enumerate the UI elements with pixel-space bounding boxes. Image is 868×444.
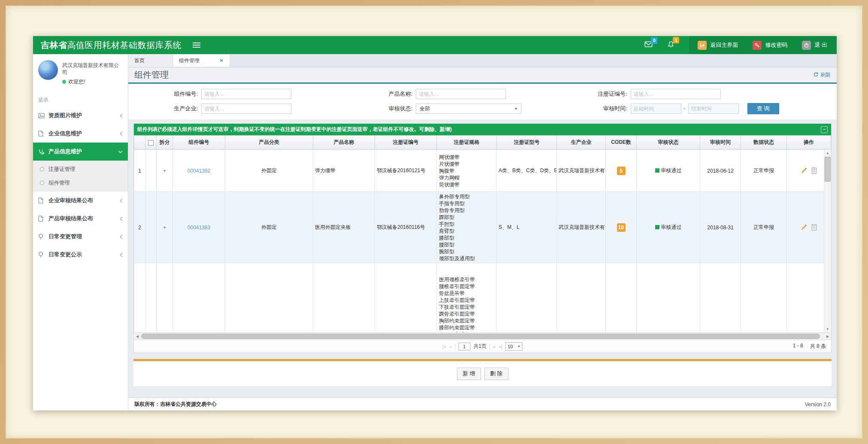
code-count-badge: 10: [617, 223, 626, 232]
status-square-icon: [655, 225, 659, 229]
cell-cert-no: 鄂汉械备20160121号: [375, 150, 437, 192]
horizontal-scrollbar-thumb[interactable]: [141, 334, 820, 339]
cell-manufacturer: 武汉克瑞普新技术有限公司: [557, 150, 606, 192]
delete-button[interactable]: 删 除: [484, 368, 508, 380]
expand-row-button[interactable]: +: [163, 167, 166, 174]
sidebar-item-daily-change-management[interactable]: 日常变更管理: [33, 228, 128, 246]
col-cert-no: 注册证编号: [375, 136, 437, 149]
cell-audit-time: [700, 263, 741, 333]
sidebar-subitem-label: 注册证管理: [48, 166, 76, 173]
user-block: 武汉克瑞普新技术有限公司 欢迎您!: [33, 54, 128, 90]
record-range-text: 1 - 8: [793, 343, 803, 350]
view-document-icon[interactable]: [811, 167, 817, 174]
vertical-scrollbar[interactable]: ▲ ▼: [824, 149, 831, 332]
audit-status-select[interactable]: 全部 ▼: [416, 103, 521, 114]
cell-data-status: 正常申报: [741, 150, 787, 192]
page-number-input[interactable]: [458, 343, 470, 350]
sidebar-item-qualification-images[interactable]: 资质图片维护: [33, 106, 128, 125]
notification-count-badge: 1: [673, 37, 679, 43]
file-icon: [38, 131, 48, 137]
pager-divider: [455, 343, 455, 350]
menu-toggle-icon[interactable]: [193, 41, 200, 49]
cell-data-status: 正常申报: [741, 192, 787, 263]
manufacturer-label: 生产企业:: [128, 105, 201, 113]
return-main-button[interactable]: 返回主界面: [698, 41, 738, 50]
dropdown-caret-icon: ▼: [514, 107, 517, 111]
expand-row-button[interactable]: +: [163, 224, 166, 231]
page-size-select[interactable]: 10 ▼: [505, 342, 523, 351]
pager-last-button[interactable]: »|: [499, 344, 502, 349]
logout-button[interactable]: 退 出: [802, 41, 827, 50]
col-code-count: CODE数: [606, 136, 637, 149]
cell-audit-time: 2018-08-31: [700, 192, 741, 263]
col-data-status: 数据状态: [741, 136, 787, 149]
sidebar-item-label: 资质图片维护: [48, 112, 82, 119]
app-title-rest: 高值医用耗材基础数据库系统: [67, 40, 182, 50]
menu-section-label: 菜单: [33, 90, 128, 106]
audit-time-start-input[interactable]: [631, 103, 681, 114]
pager-first-button[interactable]: |«: [442, 344, 446, 349]
horizontal-scrollbar[interactable]: ◀ ▶: [134, 332, 831, 340]
col-component-no: 组件编号: [173, 136, 225, 149]
component-no-link[interactable]: 00041392: [188, 168, 210, 174]
pin-icon: [38, 252, 48, 258]
grid-collapse-button[interactable]: −: [821, 126, 828, 133]
refresh-button[interactable]: 刷新: [813, 71, 831, 79]
company-name: 武汉克瑞普新技术有限公司: [62, 62, 124, 76]
vertical-scrollbar-thumb[interactable]: [825, 157, 831, 182]
sidebar-item-company-audit-results[interactable]: 企业审核结果公布: [33, 192, 128, 210]
scroll-up-arrow-icon[interactable]: ▲: [824, 149, 831, 156]
cert-no-input[interactable]: [631, 89, 721, 99]
dropdown-caret-icon: ▼: [517, 345, 520, 348]
audit-status-text: 审核通过: [661, 167, 682, 173]
tab-home[interactable]: 首页: [128, 54, 173, 67]
scroll-right-arrow-icon[interactable]: ▶: [824, 333, 831, 340]
refresh-icon: [813, 72, 819, 79]
col-operations: 操作: [787, 136, 831, 149]
component-no-link[interactable]: 00041363: [188, 225, 210, 231]
sidebar-subitem-component-management[interactable]: 组件管理: [33, 176, 128, 190]
online-status-dot: [62, 80, 66, 84]
pager-divider: [490, 343, 490, 350]
sidebar-subitem-cert-management[interactable]: 注册证管理: [33, 162, 128, 176]
col-checkbox: [145, 136, 157, 149]
sidebar-item-company-info[interactable]: 企业信息维护: [33, 125, 128, 143]
scroll-down-arrow-icon[interactable]: ▼: [824, 325, 831, 332]
sidebar-item-daily-change-publicity[interactable]: 日常变更公示: [33, 246, 128, 264]
notifications-button[interactable]: 1: [667, 41, 674, 50]
edit-pencil-icon[interactable]: [801, 224, 807, 231]
cell-product-name: 医用外固定夹板: [313, 192, 375, 263]
sidebar-item-label: 日常变更公示: [48, 251, 82, 258]
col-cert-spec: 注册证规格: [437, 136, 497, 149]
sidebar-item-product-audit-results[interactable]: 产品审核结果公布: [33, 210, 128, 228]
col-split: 拆分: [157, 136, 173, 149]
search-button[interactable]: 查 询: [747, 103, 779, 114]
pager-prev-button[interactable]: «: [449, 344, 452, 349]
tab-close-icon[interactable]: ✕: [219, 58, 224, 64]
chevron-left-icon: [120, 198, 123, 203]
grid-body-viewport: 1 + 00041392 外固定 弹力绷带 鄂汉械备20160121号 网状绷带…: [134, 149, 831, 332]
sidebar-item-label: 产品审核结果公布: [48, 215, 93, 222]
status-square-icon: [655, 168, 659, 173]
avatar: [38, 60, 58, 80]
tab-component-management[interactable]: 组件管理 ✕: [173, 54, 230, 67]
scroll-left-arrow-icon[interactable]: ◀: [134, 333, 141, 340]
cell-data-status: [741, 263, 787, 333]
add-button[interactable]: 新 增: [457, 368, 481, 380]
select-all-checkbox[interactable]: [148, 140, 154, 146]
component-no-input[interactable]: [201, 89, 291, 99]
messages-button[interactable]: 0: [644, 41, 653, 49]
manufacturer-input[interactable]: [201, 103, 291, 114]
page-head: 组件管理 刷新: [128, 67, 837, 84]
audit-time-end-input[interactable]: [688, 103, 739, 114]
edit-pencil-icon[interactable]: [801, 167, 807, 174]
sidebar-item-label: 日常变更管理: [48, 233, 82, 240]
audit-time-label: 审核时间:: [558, 105, 631, 113]
view-document-icon[interactable]: [811, 224, 817, 231]
cell-component-no: [173, 263, 225, 333]
sidebar-item-product-info[interactable]: 产品信息维护: [33, 143, 128, 161]
chevron-left-icon: [120, 216, 123, 221]
change-password-button[interactable]: 修改密码: [753, 41, 787, 50]
pager-next-button[interactable]: »: [493, 344, 496, 349]
product-name-input[interactable]: [416, 89, 506, 99]
